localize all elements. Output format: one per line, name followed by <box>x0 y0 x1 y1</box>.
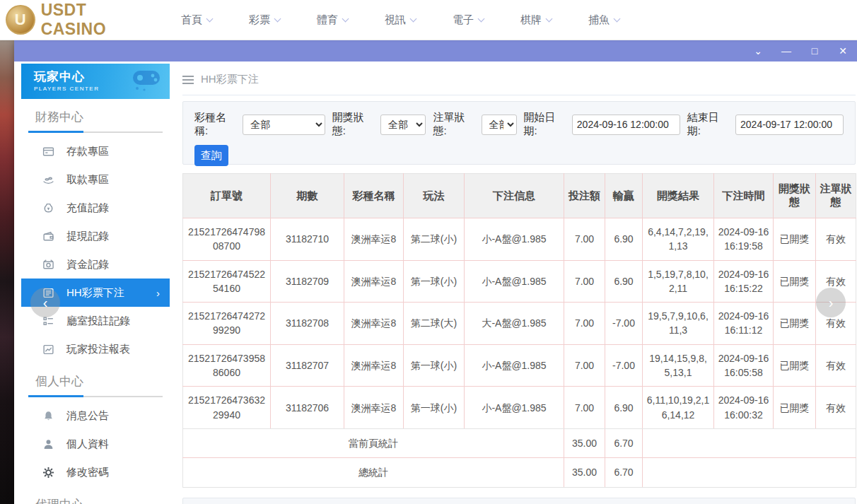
chevron-down-icon <box>546 15 553 22</box>
col-lottery-name: 彩種名稱 <box>344 174 404 218</box>
draw-status-select[interactable]: 全部 <box>380 115 426 135</box>
scroll-left-button[interactable]: ‹ <box>30 288 60 317</box>
order-status-select[interactable]: 全部 <box>482 115 517 135</box>
sidebar-item-label: 提現記錄 <box>66 230 109 243</box>
person-icon <box>42 438 54 450</box>
sidebar-item-withdraw-record[interactable]: 提現記錄 <box>21 222 170 250</box>
bets-table: 訂單號 期數 彩種名稱 玩法 下注信息 投注額 輸贏 開獎結果 下注時間 開獎狀… <box>182 173 856 488</box>
sidebar-item-label: 修改密碼 <box>66 466 109 479</box>
table-header: 訂單號 期數 彩種名稱 玩法 下注信息 投注額 輸贏 開獎結果 下注時間 開獎狀… <box>183 174 856 218</box>
brand[interactable]: U USDT CASINO <box>6 1 156 39</box>
page-title: HH彩票下注 <box>201 73 259 86</box>
title-divider <box>182 95 856 95</box>
collapse-icon[interactable]: ⌄ <box>752 46 764 56</box>
col-order-status: 注單狀態 <box>816 174 856 218</box>
top-navbar: U USDT CASINO 首頁 彩票 體育 視訊 電子 棋牌 捕魚 <box>0 0 857 40</box>
sidebar-item-withdraw[interactable]: 取款專區 <box>21 165 170 194</box>
sidebar-item-label: 存款專區 <box>66 145 109 158</box>
table-row: 215217264747980870031182710澳洲幸运8第二球(小)小-… <box>183 218 856 261</box>
col-play: 玩法 <box>404 174 465 218</box>
players-center-header: 玩家中心 PLAYERS CENTER <box>21 64 170 99</box>
nav-item-boardgames[interactable]: 棋牌 <box>520 13 552 27</box>
chevron-down-icon <box>274 15 281 22</box>
sidebar-item-label: 充值記錄 <box>66 201 109 215</box>
summary-row-total: 總統計 35.00 6.70 <box>183 458 856 487</box>
deposit-card-icon <box>42 146 54 158</box>
search-button[interactable]: 查詢 <box>194 145 228 166</box>
chevron-down-icon <box>206 15 214 22</box>
nav-item-slots[interactable]: 電子 <box>453 13 484 27</box>
bell-icon <box>42 410 54 422</box>
sidebar-item-player-bet-report[interactable]: 玩家投注報表 <box>21 335 170 363</box>
nav-label: 體育 <box>317 13 338 27</box>
table-row: 215217264736322994031182706澳洲幸运8第一球(小)小-… <box>183 387 856 429</box>
end-date-label: 結束日期: <box>687 111 731 138</box>
chevron-down-icon <box>614 15 621 22</box>
chevron-right-icon: › <box>156 287 160 299</box>
start-date-input[interactable] <box>572 115 680 135</box>
nav-item-lottery[interactable]: 彩票 <box>249 13 280 27</box>
nav-item-sports[interactable]: 體育 <box>317 13 348 27</box>
close-icon[interactable]: ✕ <box>837 46 849 56</box>
lottery-select[interactable]: 全部 <box>243 115 325 135</box>
nav-item-fishing[interactable]: 捕魚 <box>588 13 619 27</box>
sidebar-item-funds-record[interactable]: 資金記錄 <box>21 250 170 279</box>
gamepad-icon <box>130 68 163 92</box>
main-content: HH彩票下注 彩種名稱: 全部 開獎狀態: 全部 注單狀態: 全部 <box>170 61 857 504</box>
sidebar-item-label: 廳室投註記錄 <box>66 315 130 328</box>
nav-item-home[interactable]: 首頁 <box>181 13 212 27</box>
maximize-icon[interactable]: □ <box>809 46 820 56</box>
hamburger-icon[interactable] <box>182 76 194 84</box>
player-center-window: ⌄ — □ ✕ ‹ › 玩家中心 PLAYERS CENTER 財務中 <box>14 40 857 504</box>
col-bet-amount: 投注額 <box>564 174 605 218</box>
col-period: 期數 <box>271 174 344 218</box>
sidebar-item-change-password[interactable]: 修改密碼 <box>21 458 170 486</box>
nav-label: 彩票 <box>249 13 270 27</box>
section-personal-title: 個人中心 <box>21 373 170 389</box>
pagination-bar: 每頁顯示20條 共5条 首页 上一页 [1] 下一页 第 页 跳转 <box>182 498 856 504</box>
brand-name: USDT CASINO <box>41 1 156 39</box>
sidebar-item-profile[interactable]: 個人資料 <box>21 430 170 458</box>
sidebar-item-announcements[interactable]: 消息公告 <box>21 402 170 430</box>
draw-status-label: 開獎狀態: <box>332 111 376 138</box>
usdt-logo-icon: U <box>6 5 35 35</box>
section-divider <box>28 131 163 133</box>
col-draw-status: 開獎狀態 <box>774 174 816 218</box>
summary-row-current-page: 當前頁統計 35.00 6.70 <box>183 428 856 457</box>
nav-label: 棋牌 <box>520 13 542 27</box>
summary-rows: 當前頁統計 35.00 6.70 總統計 35.00 6.70 <box>183 428 856 487</box>
end-date-input[interactable] <box>735 115 844 135</box>
background-photo <box>0 40 15 504</box>
funds-icon <box>42 259 54 271</box>
sidebar-item-deposit[interactable]: 存款專區 <box>21 137 170 165</box>
col-bet-info: 下注信息 <box>465 174 564 218</box>
scroll-right-button[interactable]: › <box>816 288 846 317</box>
col-win-loss: 輸贏 <box>605 174 643 218</box>
nav-menu: 首頁 彩票 體育 視訊 電子 棋牌 捕魚 <box>181 13 619 27</box>
order-status-label: 注單狀態: <box>433 111 477 138</box>
chevron-down-icon <box>342 15 349 22</box>
section-finance-title: 財務中心 <box>21 109 170 125</box>
table-row: 215217264742729929031182708澳洲幸运8第二球(大)大-… <box>183 303 856 345</box>
nav-label: 電子 <box>453 13 474 27</box>
section-divider <box>28 396 163 397</box>
moneybag-icon <box>42 202 54 214</box>
window-titlebar: ⌄ — □ ✕ <box>14 40 857 61</box>
wallet-icon <box>42 230 54 242</box>
section-agent-title: 代理中心 <box>21 496 170 504</box>
col-order-id: 訂單號 <box>183 174 271 218</box>
nav-item-video[interactable]: 視訊 <box>385 13 416 27</box>
sidebar: 玩家中心 PLAYERS CENTER 財務中心 存款專區 取 <box>21 61 170 504</box>
start-date-label: 開始日期: <box>524 111 568 138</box>
minimize-icon[interactable]: — <box>781 46 792 56</box>
sidebar-item-label: 資金記錄 <box>66 258 109 271</box>
sidebar-item-recharge-record[interactable]: 充值記錄 <box>21 194 170 222</box>
sidebar-item-label: 取款專區 <box>66 173 109 187</box>
report-chart-icon <box>42 344 54 356</box>
sidebar-item-label: HH彩票下注 <box>66 286 124 300</box>
table-row: 215217264739588606031182707澳洲幸运8第一球(小)小-… <box>183 344 856 387</box>
window-body: ‹ › 玩家中心 PLAYERS CENTER 財務中心 存款專 <box>14 61 857 504</box>
page-title-row: HH彩票下注 <box>182 73 856 86</box>
chevron-down-icon <box>478 15 485 22</box>
nav-label: 捕魚 <box>588 13 610 27</box>
